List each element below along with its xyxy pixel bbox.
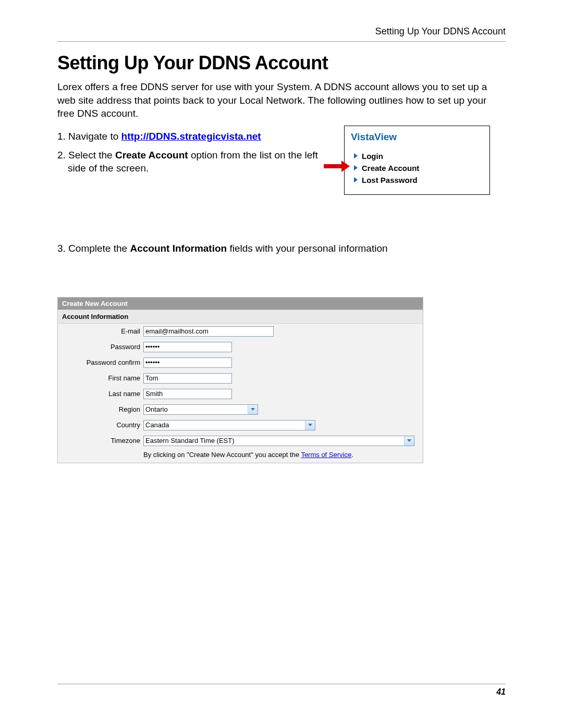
password-confirm-label: Password confirm (62, 359, 143, 366)
region-select[interactable]: Ontario (143, 404, 258, 415)
vistaview-panel: VistaView Login Create Account Lost Pass… (344, 126, 490, 195)
step-1-prefix: 1. Navigate to (57, 131, 121, 142)
vista-item-create-account[interactable]: Create Account (354, 162, 483, 174)
firstname-label: First name (62, 374, 143, 382)
lastname-label: Last name (62, 390, 143, 398)
lastname-field[interactable] (143, 389, 232, 399)
svg-marker-4 (407, 439, 411, 442)
timezone-select[interactable]: Eastern Standard Time (EST) (143, 436, 414, 446)
timezone-label: Timezone (62, 437, 143, 445)
vista-item-label: Create Account (362, 164, 419, 172)
triangle-icon (354, 153, 358, 158)
intro-paragraph: Lorex offers a free DDNS server for use … (57, 80, 506, 120)
step-2: 2. Select the Create Account option from… (57, 149, 328, 175)
country-select[interactable]: Canada (143, 420, 315, 430)
form-header: Create New Account (58, 298, 423, 310)
svg-marker-1 (341, 161, 350, 172)
triangle-icon (354, 177, 358, 182)
header-section-name: Setting Up Your DDNS Account (57, 26, 506, 37)
tos-link[interactable]: Terms of Service (301, 451, 351, 459)
step-3-bold: Account Information (130, 243, 227, 254)
password-label: Password (62, 343, 143, 351)
region-label: Region (62, 405, 143, 413)
vistaview-title: VistaView (351, 131, 483, 143)
footer-rule (57, 684, 506, 684)
create-account-form: Create New Account Account Information E… (57, 297, 423, 463)
step-1: 1. Navigate to http://DDNS.strategicvist… (57, 130, 328, 143)
page-title: Setting Up Your DDNS Account (57, 52, 506, 74)
page-number: 41 (57, 687, 506, 697)
svg-marker-3 (308, 424, 312, 426)
step-3-prefix: 3. Complete the (57, 243, 130, 254)
step-2-prefix: 2. Select the (57, 150, 115, 161)
tos-text: By clicking on "Create New Account" you … (58, 449, 423, 463)
country-label: Country (62, 421, 143, 429)
ddns-link[interactable]: http://DDNS.strategicvista.net (121, 131, 261, 142)
email-label: E-mail (62, 327, 143, 335)
header-rule (57, 41, 506, 42)
password-field[interactable] (143, 342, 232, 352)
country-value: Canada (145, 421, 169, 429)
svg-marker-2 (251, 408, 255, 411)
vista-item-label: Lost Password (362, 176, 418, 184)
step-2-bold: Create Account (115, 150, 188, 161)
password-confirm-field[interactable] (143, 357, 232, 368)
region-value: Ontario (145, 405, 168, 413)
email-field[interactable] (143, 326, 274, 337)
vista-item-login[interactable]: Login (354, 150, 483, 162)
tos-prefix: By clicking on "Create New Account" you … (143, 451, 301, 459)
svg-rect-0 (324, 164, 341, 168)
timezone-value: Eastern Standard Time (EST) (145, 437, 235, 445)
form-subheader: Account Information (58, 310, 423, 324)
vista-item-label: Login (362, 152, 383, 161)
step-3: 3. Complete the Account Information fiel… (57, 242, 506, 255)
red-arrow-icon (324, 161, 350, 172)
chevron-down-icon (305, 421, 315, 430)
tos-suffix: . (351, 451, 353, 459)
vista-item-lost-password[interactable]: Lost Password (354, 174, 483, 186)
chevron-down-icon (404, 436, 414, 446)
triangle-icon (354, 165, 358, 170)
firstname-field[interactable] (143, 373, 232, 384)
step-3-suffix: fields with your personal information (227, 243, 387, 254)
chevron-down-icon (248, 405, 258, 414)
